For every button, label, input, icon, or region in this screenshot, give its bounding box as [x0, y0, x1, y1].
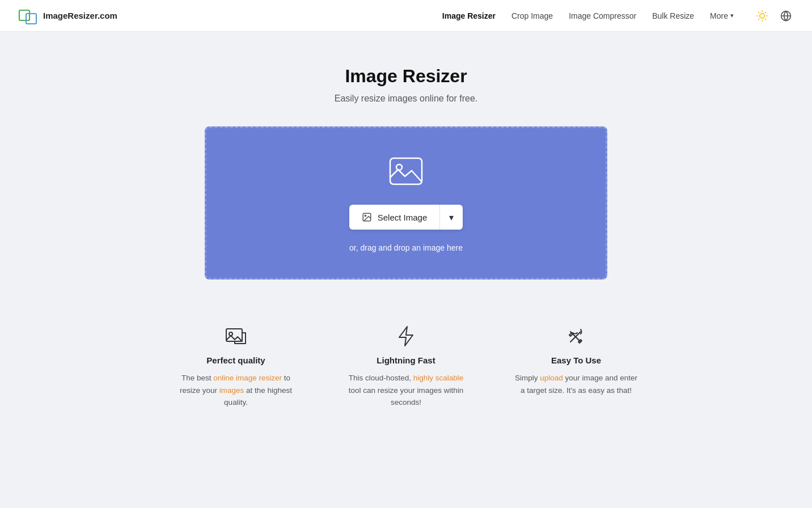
main-content: Image Resizer Easily resize images onlin…	[0, 32, 812, 508]
svg-point-14	[396, 164, 402, 170]
feature-fast-title: Lightning Fast	[344, 355, 468, 365]
feature-quality-title: Perfect quality	[174, 355, 298, 365]
feature-easy-title: Easy To Use	[514, 355, 638, 365]
svg-line-10	[765, 12, 766, 12]
chevron-down-icon: ▾	[730, 12, 734, 19]
nav-link-bulk-resize[interactable]: Bulk Resize	[652, 11, 694, 20]
feature-quality-desc: The best online image resizer to resize …	[174, 372, 298, 409]
nav-icon-group	[754, 8, 794, 24]
upload-dropzone[interactable]: Select Image ▾ or, drag and drop an imag…	[205, 126, 607, 280]
nav-link-image-compressor[interactable]: Image Compressor	[569, 11, 636, 20]
select-image-button-group: Select Image ▾	[349, 205, 463, 230]
theme-toggle-button[interactable]	[754, 8, 770, 24]
svg-line-9	[759, 19, 759, 19]
nav-link-image-resizer[interactable]: Image Resizer	[442, 11, 496, 20]
feature-fast-desc: This cloud-hosted, highly scalable tool …	[344, 372, 468, 409]
nav-more-menu[interactable]: More ▾	[710, 11, 734, 20]
page-title: Image Resizer	[11, 66, 801, 87]
svg-rect-1	[26, 14, 36, 24]
svg-line-5	[759, 12, 759, 12]
hero-section: Image Resizer Easily resize images onlin…	[0, 32, 812, 126]
lightning-icon	[344, 325, 468, 348]
svg-rect-0	[19, 10, 29, 20]
svg-rect-13	[390, 158, 422, 184]
svg-point-2	[760, 13, 764, 18]
select-image-label: Select Image	[378, 213, 428, 222]
logo-icon	[18, 6, 39, 26]
logo[interactable]: ImageResizer.com	[18, 6, 117, 26]
drag-drop-text: or, drag and drop an image here	[349, 243, 463, 252]
chevron-down-icon: ▾	[449, 212, 454, 223]
upload-wrapper: Select Image ▾ or, drag and drop an imag…	[0, 126, 812, 314]
svg-marker-19	[399, 327, 413, 346]
file-image-icon	[362, 212, 372, 222]
hero-subtitle: Easily resize images online for free.	[11, 94, 801, 104]
resize-quality-icon	[174, 325, 298, 348]
feature-fast: Lightning Fast This cloud-hosted, highly…	[344, 325, 468, 409]
feature-easy-desc: Simply upload your image and enter a tar…	[514, 372, 638, 396]
nav-link-crop-image[interactable]: Crop Image	[511, 11, 553, 20]
tools-icon	[514, 325, 638, 348]
logo-text: ImageResizer.com	[43, 11, 117, 20]
feature-quality: Perfect quality The best online image re…	[174, 325, 298, 409]
select-image-dropdown-button[interactable]: ▾	[440, 205, 463, 230]
features-section: Perfect quality The best online image re…	[0, 314, 812, 443]
nav-links: Image Resizer Crop Image Image Compresso…	[442, 8, 794, 24]
feature-easy: Easy To Use Simply upload your image and…	[514, 325, 638, 409]
svg-point-16	[365, 215, 366, 216]
upload-image-icon	[386, 154, 426, 191]
nav-more-label: More	[710, 11, 728, 20]
svg-line-6	[765, 19, 766, 19]
navbar: ImageResizer.com Image Resizer Crop Imag…	[0, 0, 812, 32]
select-image-button[interactable]: Select Image	[349, 205, 440, 229]
language-button[interactable]	[778, 8, 794, 24]
